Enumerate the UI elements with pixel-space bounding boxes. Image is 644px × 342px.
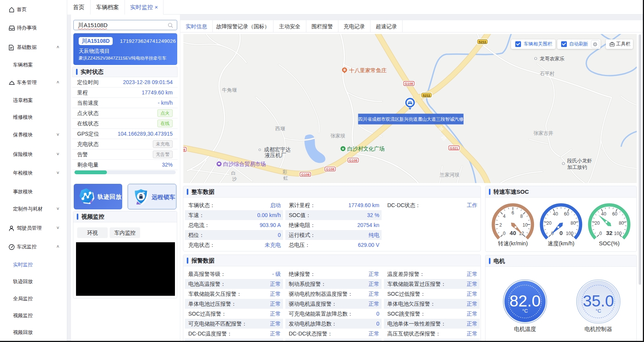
svg-text:4: 4 bbox=[503, 214, 506, 219]
svg-text:82.0: 82.0 bbox=[510, 292, 541, 310]
svg-text:20: 20 bbox=[595, 220, 600, 226]
svg-text:白沙村文化广场: 白沙村文化广场 bbox=[347, 146, 385, 152]
svg-text:40: 40 bbox=[601, 211, 607, 217]
svg-text:80: 80 bbox=[619, 220, 624, 226]
svg-text:液压机厂: 液压机厂 bbox=[265, 152, 286, 158]
svg-text:十八里家常鱼庄: 十八里家常鱼庄 bbox=[349, 67, 387, 73]
svg-text:张家古井: 张家古井 bbox=[534, 130, 553, 136]
svg-text:10: 10 bbox=[523, 222, 528, 228]
svg-text:电机控制器: 电机控制器 bbox=[584, 326, 612, 332]
svg-text:6: 6 bbox=[511, 210, 514, 216]
svg-text:S211: S211 bbox=[479, 40, 487, 44]
svg-text:石平村: 石平村 bbox=[540, 71, 555, 76]
svg-text:G108: G108 bbox=[326, 167, 334, 171]
svg-text:20: 20 bbox=[547, 220, 552, 226]
svg-text:虹: 虹 bbox=[283, 175, 288, 181]
svg-text:60: 60 bbox=[564, 211, 570, 217]
svg-text:加工放钓: 加工放钓 bbox=[567, 164, 587, 170]
svg-text:四川省成都市双流区新兴街道麓山大道三段智诚汽修: 四川省成都市双流区新兴街道麓山大道三段智诚汽修 bbox=[358, 117, 464, 122]
svg-text:32: 32 bbox=[606, 230, 613, 236]
svg-text:°C: °C bbox=[522, 308, 528, 314]
svg-text:G108: G108 bbox=[301, 173, 309, 177]
svg-text:西堰: 西堰 bbox=[275, 126, 285, 131]
svg-text:兰家河坝: 兰家河坝 bbox=[440, 172, 460, 178]
svg-text:°C: °C bbox=[595, 308, 601, 314]
svg-text:彩: 彩 bbox=[282, 169, 287, 175]
svg-text:40: 40 bbox=[510, 230, 516, 236]
svg-text:成都宏宇达: 成都宏宇达 bbox=[264, 146, 291, 152]
svg-text:80: 80 bbox=[571, 220, 576, 226]
svg-text:段氏小龙虾: 段氏小龙虾 bbox=[567, 158, 592, 164]
svg-text:白: 白 bbox=[231, 170, 236, 176]
svg-text:8: 8 bbox=[520, 214, 523, 219]
svg-text:0: 0 bbox=[560, 230, 563, 236]
svg-text:牛角堰: 牛角堰 bbox=[222, 87, 237, 93]
svg-text:100: 100 bbox=[614, 231, 622, 236]
svg-text:G108: G108 bbox=[349, 159, 357, 162]
svg-text:SOC(%): SOC(%) bbox=[599, 240, 620, 246]
svg-text:白沙综合贸易市场: 白沙综合贸易市场 bbox=[223, 161, 266, 167]
svg-text:G321: G321 bbox=[450, 146, 458, 150]
svg-text:转速(kr/min): 转速(kr/min) bbox=[498, 240, 528, 246]
svg-text:40: 40 bbox=[553, 211, 558, 217]
svg-text:0: 0 bbox=[503, 231, 506, 236]
svg-text:速度(km/h): 速度(km/h) bbox=[548, 240, 574, 246]
svg-text:0: 0 bbox=[599, 231, 602, 236]
svg-text:沙: 沙 bbox=[232, 176, 237, 182]
svg-text:60: 60 bbox=[612, 211, 618, 217]
svg-text:2: 2 bbox=[499, 222, 502, 228]
svg-text:G108: G108 bbox=[183, 148, 185, 152]
svg-text:S211: S211 bbox=[422, 94, 430, 97]
svg-text:G108: G108 bbox=[405, 82, 413, 86]
svg-text:35.0: 35.0 bbox=[583, 292, 614, 310]
svg-text:100: 100 bbox=[566, 231, 573, 236]
svg-text:张家坝: 张家坝 bbox=[330, 133, 345, 139]
svg-text:电机温度: 电机温度 bbox=[514, 326, 536, 332]
svg-text:龙哥农家乐: 龙哥农家乐 bbox=[540, 56, 565, 62]
